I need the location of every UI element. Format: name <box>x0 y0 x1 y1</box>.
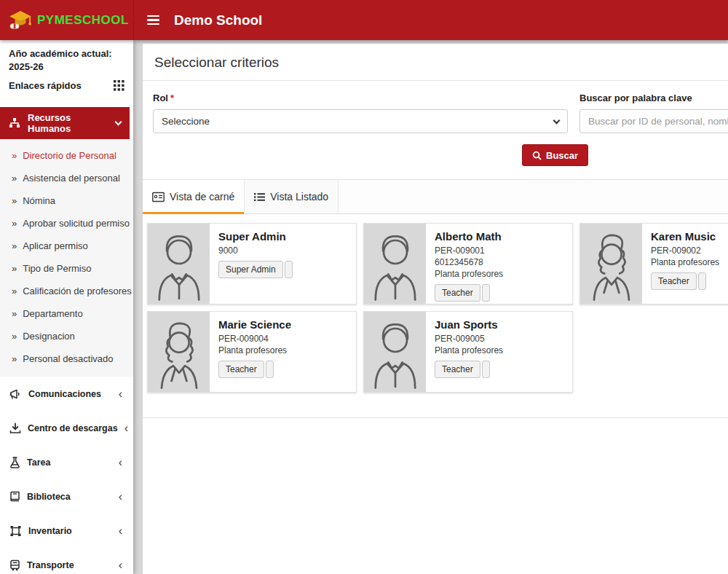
staff-detail-line: 6012345678 <box>435 256 563 268</box>
grid-icon <box>114 80 124 91</box>
staff-detail-line: PER-009002 <box>651 245 728 256</box>
subitem-label: Aplicar permiso <box>23 240 88 251</box>
tab-vista-listado[interactable]: Vista Listado <box>245 180 339 213</box>
hr-submenu: »Directorio de Personal»Asistencia del p… <box>0 139 133 377</box>
staff-detail-line: Planta profesores <box>218 345 347 356</box>
staff-name: Marie Science <box>218 318 347 331</box>
sidebar-subitem-aplicar-permiso[interactable]: »Aplicar permiso <box>0 235 133 257</box>
sidebar-subitem-directorio-de-personal[interactable]: »Directorio de Personal <box>0 144 133 167</box>
rol-label: Rol* <box>153 93 568 103</box>
section-title: Recursos Humanos <box>28 112 108 134</box>
sidebar-subitem-calificacion-de-profesores[interactable]: »Calificación de profesores <box>0 280 133 302</box>
chevron-left-icon: ‹ <box>124 422 130 434</box>
staff-card-juan-sports[interactable]: Juan SportsPER-009005Planta profesoresTe… <box>363 311 573 393</box>
chevron-left-icon: ‹ <box>119 491 124 503</box>
staff-detail-line: Planta profesores <box>651 256 728 268</box>
sidebar-subitem-designacion[interactable]: »Designacion <box>0 325 133 347</box>
staff-detail-line: PER-009004 <box>218 333 347 345</box>
chevron-down-icon <box>115 119 122 126</box>
staff-name: Alberto Math <box>435 230 563 243</box>
sidebar-item-recursos-humanos[interactable]: Recursos Humanos <box>0 107 130 139</box>
module-label: Transporte <box>27 560 74 570</box>
sidebar-item-inventario[interactable]: Inventario‹ <box>0 514 133 548</box>
megaphone-icon <box>9 388 22 400</box>
role-badge: Teacher <box>218 361 264 378</box>
panel-title: Seleccionar criterios <box>143 44 728 81</box>
rol-select[interactable]: Seleccione <box>153 109 568 133</box>
staff-card-alberto-math[interactable]: Alberto MathPER-0090016012345678Planta p… <box>363 223 573 304</box>
academic-year-label: Año académico actual: <box>9 47 124 60</box>
sidebar-subitem-aprobar-solicitud-permiso[interactable]: »Aprobar solicitud permiso <box>0 212 133 235</box>
badge-stub <box>482 284 490 302</box>
staff-detail-line: Planta profesores <box>435 345 563 356</box>
view-tabs: Vista de carné Vista Listado <box>143 180 728 214</box>
staff-name: Juan Sports <box>435 318 563 331</box>
keyword-label: Buscar por palabra clave <box>579 93 728 103</box>
school-title: Demo School <box>174 12 262 28</box>
sidebar-item-centro-de-descargas[interactable]: Centro de descargas‹ <box>0 411 133 445</box>
module-label: Comunicaciones <box>28 389 101 399</box>
avatar-male-icon <box>364 224 426 304</box>
staff-card-marie-science[interactable]: Marie SciencePER-009004Planta profesores… <box>147 311 357 393</box>
sidebar-item-tarea[interactable]: Tarea‹ <box>0 445 133 479</box>
staff-card-super-admin[interactable]: Super Admin9000Super Admin <box>147 223 357 304</box>
sidebar-subitem-departamento[interactable]: »Departamento <box>0 302 133 325</box>
bus-icon <box>9 559 20 571</box>
avatar-male-icon <box>148 224 210 304</box>
role-badge: Teacher <box>435 361 480 378</box>
sidebar-subitem-nomina[interactable]: »Nómina <box>0 189 133 212</box>
sidebar-modules: Comunicaciones‹Centro de descargas‹Tarea… <box>0 377 133 574</box>
sidebar-item-comunicaciones[interactable]: Comunicaciones‹ <box>0 377 133 411</box>
badge-stub <box>482 361 490 378</box>
role-badge: Teacher <box>435 284 480 302</box>
staff-detail-line: PER-009001 <box>435 245 563 256</box>
flask-icon <box>9 457 20 468</box>
avatar-male-icon <box>364 312 426 392</box>
brand-logo[interactable]: PYMESCHOOL <box>0 0 133 40</box>
subitem-label: Calificación de profesores <box>23 286 132 296</box>
module-label: Inventario <box>28 526 72 536</box>
staff-card-karen-music[interactable]: Karen MusicPER-009002Planta profesoresTe… <box>579 223 728 304</box>
double-arrow-icon: » <box>12 308 17 319</box>
download-icon <box>9 422 21 434</box>
chevron-left-icon: ‹ <box>119 388 124 400</box>
double-arrow-icon: » <box>12 173 17 184</box>
staff-name: Super Admin <box>218 230 347 243</box>
double-arrow-icon: » <box>12 353 17 364</box>
tab-vista-de-carne[interactable]: Vista de carné <box>143 180 245 213</box>
criteria-panel: Seleccionar criterios Rol* Seleccione Bu… <box>143 44 728 180</box>
double-arrow-icon: » <box>12 240 17 251</box>
double-arrow-icon: » <box>12 263 17 274</box>
staff-cards-grid: Super Admin9000Super AdminAlberto MathPE… <box>143 214 728 418</box>
module-label: Biblioteca <box>27 492 71 502</box>
list-icon <box>254 192 265 202</box>
select-chevron-down-icon <box>553 117 561 124</box>
sitemap-icon <box>9 117 20 129</box>
hamburger-menu-icon[interactable] <box>144 12 162 28</box>
sidebar-item-transporte[interactable]: Transporte‹ <box>0 548 133 574</box>
subitem-label: Tipo de Permiso <box>23 263 91 274</box>
sidebar-subitem-personal-desactivado[interactable]: »Personal desactivado <box>0 347 133 370</box>
top-bar: Demo School <box>133 0 728 40</box>
chevron-left-icon: ‹ <box>119 457 124 468</box>
keyword-input[interactable] <box>579 109 728 133</box>
academic-year-value: 2025-26 <box>9 60 124 74</box>
sidebar-item-biblioteca[interactable]: Biblioteca‹ <box>0 479 133 514</box>
subitem-label: Personal desactivado <box>23 353 113 364</box>
quick-links[interactable]: Enlaces rápidos <box>9 80 124 91</box>
role-badge: Teacher <box>651 272 697 290</box>
sidebar-subitem-asistencia-del-personal[interactable]: »Asistencia del personal <box>0 167 133 189</box>
staff-name: Karen Music <box>651 230 728 243</box>
buscar-button[interactable]: Buscar <box>522 144 588 166</box>
subitem-label: Asistencia del personal <box>23 173 120 184</box>
book-icon <box>9 491 20 503</box>
staff-detail-line: Planta profesores <box>435 268 563 280</box>
sidebar-subitem-tipo-de-permiso[interactable]: »Tipo de Permiso <box>0 257 133 280</box>
double-arrow-icon: » <box>12 218 17 229</box>
staff-detail-line: 9000 <box>218 245 347 256</box>
graduation-cap-icon <box>9 10 32 31</box>
subitem-label: Designacion <box>23 331 75 342</box>
double-arrow-icon: » <box>12 286 17 296</box>
chevron-left-icon: ‹ <box>119 525 124 537</box>
subitem-label: Aprobar solicitud permiso <box>23 218 130 229</box>
